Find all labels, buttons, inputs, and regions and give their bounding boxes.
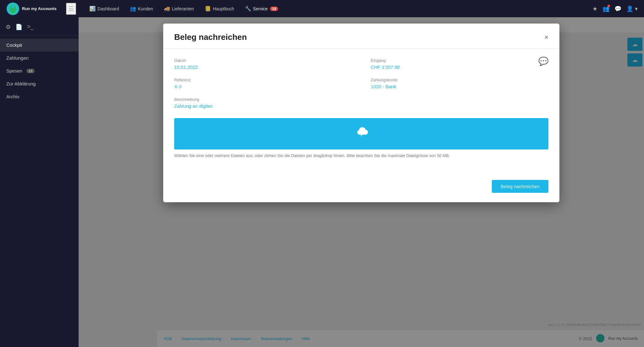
modal-body: 💬 Datum 15.01.2022 Eingang CHF 1'207.98 …: [163, 49, 559, 180]
modal-overlay: Beleg nachreichen × 💬 Datum 15.01.2022 E…: [79, 17, 644, 347]
logo-area: Run my Accounts: [6, 2, 57, 15]
logo-text: Run my Accounts: [22, 6, 57, 11]
terminal-icon[interactable]: >_: [27, 24, 34, 30]
eingang-value: CHF 1'207.98: [371, 64, 548, 70]
modal-footer: Beleg nachreichen: [163, 180, 559, 202]
eingang-label: Eingang: [371, 58, 548, 63]
favorites-icon[interactable]: ★: [592, 5, 597, 12]
nav-service[interactable]: 🔧 Service 18: [241, 3, 282, 14]
dashboard-icon: 📊: [89, 6, 96, 12]
modal-header: Beleg nachreichen ×: [163, 24, 559, 49]
sidebar-tool-icons: ⚙ 📄 >_: [0, 22, 79, 35]
sidebar: ⚙ 📄 >_ Cockpit Zahlungen Spesen 16 Zur A…: [0, 17, 79, 347]
field-referenz: Referenz X-3: [174, 78, 352, 89]
profile-icon[interactable]: 👤 ▾: [626, 5, 638, 12]
datum-value: 15.01.2022: [174, 64, 352, 70]
field-eingang: Eingang CHF 1'207.98: [371, 58, 548, 70]
chat-bubble-icon: 💬: [538, 57, 548, 66]
referenz-label: Referenz: [174, 78, 352, 82]
modal-beleg-nachreichen: Beleg nachreichen × 💬 Datum 15.01.2022 E…: [163, 24, 559, 202]
top-navigation: Run my Accounts ☰ 📊 Dashboard 👥 Kunden 🚚…: [0, 0, 644, 17]
sidebar-item-cockpit[interactable]: Cockpit: [0, 39, 79, 52]
messages-icon[interactable]: 💬: [614, 5, 621, 12]
hamburger-button[interactable]: ☰: [66, 3, 76, 15]
beschreibung-value: Zahlung an digitec: [174, 103, 548, 109]
field-beschreibung: Beschreibung Zahlung an digitec: [174, 97, 548, 109]
datum-label: Datum: [174, 58, 352, 63]
sidebar-item-zahlungen[interactable]: Zahlungen: [0, 52, 79, 64]
field-datum: Datum 15.01.2022: [174, 58, 352, 70]
modal-title: Beleg nachreichen: [174, 32, 247, 42]
upload-hint: Wählen Sie eine oder mehrere Dateien aus…: [174, 153, 548, 158]
nav-lieferanten[interactable]: 🚚 Lieferanten: [160, 3, 198, 14]
lieferanten-icon: 🚚: [164, 6, 170, 12]
nav-items: 📊 Dashboard 👥 Kunden 🚚 Lieferanten 📒 Hau…: [86, 3, 583, 14]
upload-cloud-icon: [353, 126, 369, 142]
settings-icon[interactable]: ⚙: [6, 24, 11, 30]
nav-right: ★ 👥 💬 👤 ▾: [592, 5, 638, 12]
zahlungskonto-label: Zahlungskonto: [371, 78, 548, 82]
sidebar-item-spesen[interactable]: Spesen 16: [0, 64, 79, 77]
nav-dashboard[interactable]: 📊 Dashboard: [86, 3, 123, 14]
zahlungskonto-value: 1020 - Bank: [371, 84, 548, 89]
modal-close-button[interactable]: ×: [544, 34, 548, 41]
file-upload-area[interactable]: [174, 118, 548, 149]
submit-button[interactable]: Beleg nachreichen: [492, 180, 548, 193]
service-badge: 18: [270, 7, 278, 11]
sidebar-item-archiv[interactable]: Archiv: [0, 90, 79, 103]
logo-icon: [6, 2, 19, 15]
hauptbuch-icon: 📒: [205, 6, 211, 12]
nav-kunden[interactable]: 👥 Kunden: [126, 3, 157, 14]
sidebar-item-zur-abklarung[interactable]: Zur Abklärung: [0, 77, 79, 90]
users-icon[interactable]: 👥: [602, 5, 609, 12]
main-content: ☁ ☁ api-3.11.9 | 509b4d5ed0c521883730c74…: [79, 17, 644, 347]
service-icon: 🔧: [245, 6, 251, 12]
spesen-badge: 16: [26, 69, 35, 73]
svg-point-3: [11, 5, 14, 8]
kunden-icon: 👥: [130, 6, 136, 12]
field-zahlungskonto: Zahlungskonto 1020 - Bank: [371, 78, 548, 89]
beschreibung-label: Beschreibung: [174, 97, 548, 102]
document-icon[interactable]: 📄: [15, 24, 22, 30]
referenz-value: X-3: [174, 84, 352, 89]
modal-fields: 💬 Datum 15.01.2022 Eingang CHF 1'207.98 …: [174, 58, 548, 89]
nav-hauptbuch[interactable]: 📒 Hauptbuch: [201, 3, 238, 14]
